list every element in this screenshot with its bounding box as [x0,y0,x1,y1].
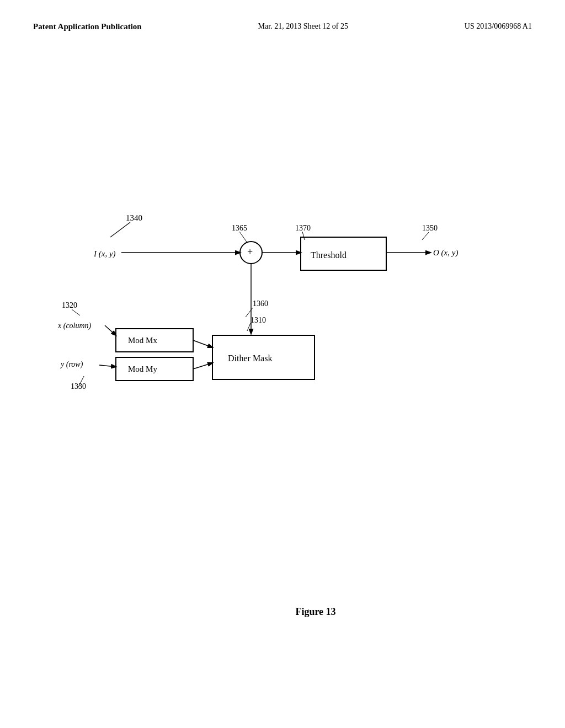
svg-line-1 [239,232,247,243]
svg-line-0 [110,222,130,237]
svg-line-3 [422,232,429,240]
diagram-svg: 1340 I (x, y) + 1365 1370 Threshold 1350 [44,154,519,441]
label-1370: 1370 [295,224,311,232]
dither-mask-label: Dither Mask [228,354,272,363]
svg-line-6 [72,309,80,315]
header-date-sheet: Mar. 21, 2013 Sheet 12 of 25 [258,22,348,31]
label-1360: 1360 [253,299,268,308]
label-1330: 1330 [71,382,86,390]
mod-my-label: Mod My [128,365,157,373]
label-1340: 1340 [126,213,142,222]
label-1310: 1310 [250,316,266,324]
mod-mx-label: Mod Mx [128,336,157,345]
page: Patent Application Publication Mar. 21, … [0,0,565,728]
output-signal-label: O (x, y) [433,248,458,258]
xcol-to-modmx-line [105,325,116,335]
svg-line-2 [302,232,305,240]
page-header: Patent Application Publication Mar. 21, … [33,22,532,37]
yrow-to-modmy-line [99,365,116,367]
figure-caption-text: Figure 13 [295,606,335,617]
diagram-container: 1340 I (x, y) + 1365 1370 Threshold 1350 [44,154,519,441]
svg-line-5 [247,323,250,331]
label-1365: 1365 [232,224,247,232]
x-column-label: x (column) [57,322,92,330]
input-signal-label: I (x, y) [93,249,116,259]
modmy-to-dithermask-line [193,363,212,369]
adder-plus-sign: + [247,247,253,258]
header-patent-number: US 2013/0069968 A1 [465,22,532,31]
label-1350: 1350 [422,224,438,232]
modmx-to-dithermask-line [193,340,212,347]
y-row-label: y (row) [60,360,83,369]
threshold-label: Threshold [311,250,347,260]
figure-caption: Figure 13 [33,606,565,618]
header-publication-label: Patent Application Publication [33,22,142,31]
label-1320: 1320 [62,301,77,309]
